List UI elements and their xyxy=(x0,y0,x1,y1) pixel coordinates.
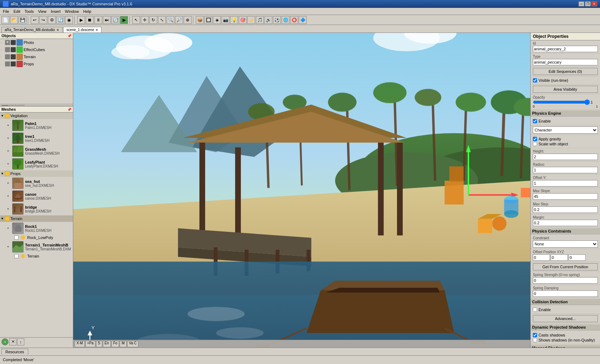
tb-btn-27[interactable]: 🔷 xyxy=(299,16,307,24)
menu-help[interactable]: Help xyxy=(81,9,94,14)
physics-enable-checkbox[interactable] xyxy=(533,119,537,123)
new-button[interactable]: 📄 xyxy=(1,16,9,24)
expand-palm1[interactable]: + xyxy=(7,124,11,127)
tb-btn-9[interactable]: ⏭ xyxy=(103,16,111,24)
menu-tools[interactable]: Tools xyxy=(23,9,36,14)
id-input[interactable] xyxy=(533,46,598,52)
props-group-header[interactable]: ▼ Props xyxy=(0,170,73,177)
menu-file[interactable]: File xyxy=(1,9,11,14)
tab-scene[interactable]: scene_1.dxscene ✕ xyxy=(63,27,102,33)
max-step-input[interactable] xyxy=(533,206,598,213)
mesh-item-palm1[interactable]: + Palm1 Palm1.DXMESH xyxy=(0,119,73,132)
tb-btn-5[interactable]: ◉ xyxy=(65,16,73,24)
tb-select[interactable]: ↖ xyxy=(132,16,140,24)
tb-btn-16[interactable]: 🔲 xyxy=(204,16,212,24)
collision-enable-checkbox[interactable] xyxy=(533,308,537,312)
mesh-item-tree1[interactable]: + tree1 tree1.DXMESH xyxy=(0,132,73,145)
expand-props[interactable]: - xyxy=(1,62,4,66)
spring-strength-input[interactable] xyxy=(533,277,598,284)
tb-btn-15[interactable]: 📦 xyxy=(196,16,204,24)
mesh-item-rock-lowpoly[interactable]: Rock_LowPoly xyxy=(0,235,73,240)
vp-mode-xm[interactable]: X·M xyxy=(75,341,85,347)
get-from-current-button[interactable]: Get From Current Position xyxy=(533,263,598,270)
expand-effectcubes[interactable]: - xyxy=(1,48,4,51)
vp-mode-s[interactable]: S xyxy=(96,341,102,347)
mesh-item-terrain-sub[interactable]: Terrain xyxy=(0,253,73,259)
visible-checkbox[interactable] xyxy=(533,78,537,83)
terrain-group-header[interactable]: ▼ Terrain xyxy=(0,215,73,222)
apply-gravity-checkbox[interactable] xyxy=(533,137,537,141)
meshes-scroll[interactable]: ▼ Vegitation + Palm1 Palm1.DXMESH xyxy=(0,113,73,337)
close-button[interactable]: ✕ xyxy=(591,1,597,6)
undo-button[interactable]: ↩ xyxy=(31,16,39,24)
objects-item-props[interactable]: - Props xyxy=(0,60,73,68)
tb-btn-18[interactable]: 📷 xyxy=(222,16,229,24)
radius-input[interactable] xyxy=(533,167,598,173)
tab-scene-close[interactable]: ✕ xyxy=(95,28,98,32)
expand-leafy[interactable]: + xyxy=(7,162,11,166)
vp-mode-pa[interactable]: +Pa xyxy=(85,341,95,347)
objects-item-terrain[interactable]: - Terrain xyxy=(0,53,73,60)
minimize-button[interactable]: ─ xyxy=(579,1,584,6)
vis-icon-effectcubes[interactable] xyxy=(5,47,10,52)
tb-btn-23[interactable]: 🔊 xyxy=(264,16,272,24)
objects-item-effectcubes[interactable]: - EffectCubes xyxy=(0,46,73,53)
physics-type-select[interactable]: Character None Dynamic Static xyxy=(533,126,598,134)
vp-mode-en[interactable]: En xyxy=(103,341,111,347)
meshes-panel-pin[interactable]: 📌 xyxy=(67,108,71,111)
tb-btn-4[interactable]: 🔄 xyxy=(56,16,64,24)
tb-btn-22[interactable]: 🎵 xyxy=(256,16,264,24)
advanced-button[interactable]: Advanced... xyxy=(533,315,598,322)
tb-btn-7[interactable]: ⏹ xyxy=(86,16,94,24)
vis-icon-props[interactable] xyxy=(5,61,10,66)
tb-scale[interactable]: ⤡ xyxy=(158,16,166,24)
terrain-expand[interactable]: ▼ xyxy=(1,217,4,220)
casts-shadows-checkbox[interactable] xyxy=(533,333,537,337)
offset-x-input[interactable] xyxy=(533,254,550,261)
objects-panel-scroll[interactable]: - 👁 Photo - EffectCubes - xyxy=(0,39,73,104)
type-input[interactable] xyxy=(533,59,598,65)
objects-item-photo[interactable]: - 👁 Photo xyxy=(0,39,73,46)
title-bar-controls[interactable]: ─ ❐ ✕ xyxy=(579,1,597,6)
viewport-scene[interactable]: X Y X·M +Pa S En Fo M Va C xyxy=(73,33,530,348)
tb-btn-25[interactable]: 🌐 xyxy=(282,16,289,24)
mesh-item-canoe[interactable]: + canoe canoe.DXMESH xyxy=(0,190,73,203)
tb-btn-19[interactable]: 💡 xyxy=(230,16,238,24)
move-mesh-btn[interactable]: ↕ xyxy=(17,338,24,345)
check-rock-lowpoly[interactable] xyxy=(14,235,19,240)
tb-btn-17[interactable]: ◈ xyxy=(213,16,221,24)
vegitation-expand[interactable]: ▼ xyxy=(1,114,4,118)
tab-dxstudio-close[interactable]: ✕ xyxy=(56,28,59,32)
offset-y-input[interactable] xyxy=(533,180,598,186)
vis-icon-terrain[interactable] xyxy=(5,54,10,59)
add-mesh-btn[interactable]: + xyxy=(1,338,9,345)
lock-icon-effectcubes[interactable] xyxy=(11,47,16,52)
menu-view[interactable]: View xyxy=(36,9,49,14)
expand-terrain1[interactable]: + xyxy=(7,245,11,249)
height-input[interactable] xyxy=(533,154,598,160)
expand-grass[interactable]: + xyxy=(7,149,11,153)
vp-mode-va[interactable]: Va C xyxy=(127,341,139,347)
open-button[interactable]: 📂 xyxy=(10,16,18,24)
expand-terrain[interactable]: - xyxy=(1,55,4,59)
area-visibility-button[interactable]: Area Visibility xyxy=(533,86,598,93)
mesh-item-leafy[interactable]: + LeafyPlant LeafyPlant.DXMESH xyxy=(0,158,73,170)
tb-btn-14[interactable]: ⊕ xyxy=(184,16,192,24)
lock-icon-terrain[interactable] xyxy=(11,54,16,59)
tb-rotate[interactable]: ↻ xyxy=(149,16,157,24)
menu-window[interactable]: Window xyxy=(63,9,81,14)
offset-z-input[interactable] xyxy=(569,254,586,261)
expand-seahut[interactable]: + xyxy=(7,181,11,185)
check-terrain-sub[interactable] xyxy=(14,254,19,258)
expand-canoe[interactable]: + xyxy=(7,194,11,198)
tb-btn-26[interactable]: ⭕ xyxy=(290,16,298,24)
expand-rock1[interactable]: + xyxy=(7,226,11,230)
mesh-item-grass[interactable]: + GrassMesh GrassMesh.DXMESH xyxy=(0,145,73,158)
vp-mode-fo[interactable]: Fo xyxy=(111,341,119,347)
expand-photo[interactable]: - xyxy=(1,41,4,44)
save-button[interactable]: 💾 xyxy=(19,16,26,24)
shows-shadows-checkbox[interactable] xyxy=(533,338,537,342)
tb-btn-12[interactable]: 🔍 xyxy=(167,16,174,24)
restore-button[interactable]: ❐ xyxy=(585,1,591,6)
expand-tree1[interactable]: + xyxy=(7,136,11,140)
